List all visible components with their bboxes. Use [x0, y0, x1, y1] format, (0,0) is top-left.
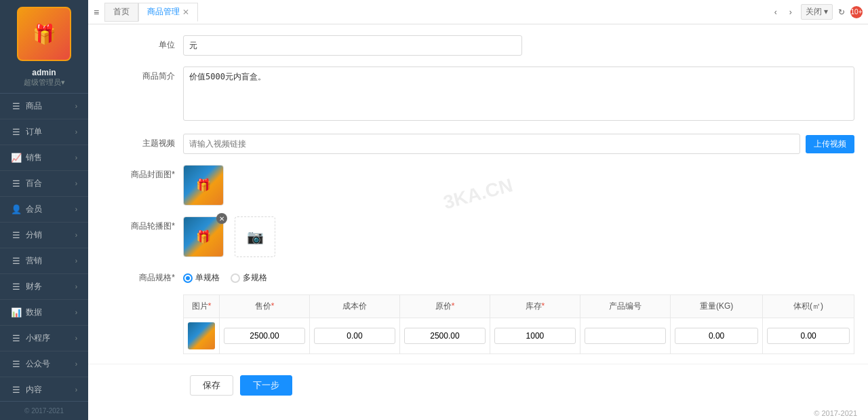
sidebar-item-share[interactable]: ☰分销 ›: [0, 223, 88, 248]
plugin-icon: ☰: [11, 333, 22, 343]
sidebar-label-content: 内容: [26, 384, 42, 396]
sku-table-row: 图片* 售价* 成本价 原价* 库存* 产品编号 重量(KG) 体积(㎡): [102, 294, 854, 354]
td-price: [220, 318, 310, 354]
logo: 🎁: [17, 7, 71, 61]
sidebar-label-combine: 百合: [26, 178, 42, 189]
td-sku-code: [580, 318, 670, 354]
spec-multi-radio[interactable]: [231, 273, 240, 283]
cover-label: 商品封面图*: [102, 165, 183, 180]
nav-prev-icon[interactable]: ‹: [771, 6, 781, 18]
refresh-icon[interactable]: ↻: [838, 7, 845, 17]
sidebar-label-data: 数据: [26, 307, 42, 318]
cost-input[interactable]: [314, 328, 395, 344]
sidebar-item-marketing[interactable]: ☰营销 ›: [0, 248, 88, 274]
carousel-label: 商品轮播图*: [102, 216, 183, 232]
spec-label: 商品规格*: [102, 268, 183, 284]
td-original: [399, 318, 490, 354]
spec-single-label: 单规格: [195, 272, 220, 284]
sku-code-input[interactable]: [585, 328, 666, 344]
cover-thumbnail[interactable]: 🎁: [183, 165, 224, 206]
chevron-right-icon: ›: [75, 283, 77, 290]
next-button[interactable]: 下一步: [240, 375, 292, 396]
sidebar-item-wechat[interactable]: ☰公众号 ›: [0, 351, 88, 377]
combine-icon: ☰: [11, 178, 22, 189]
user-role[interactable]: 超级管理员▾: [0, 77, 88, 88]
weight-input[interactable]: [675, 328, 758, 344]
carousel-control: 🎁 ✕ 📷: [183, 216, 854, 257]
th-weight: 重量(KG): [670, 295, 762, 318]
sidebar-label-member: 会员: [26, 204, 42, 215]
share-icon: ☰: [11, 230, 22, 240]
camera-icon: 📷: [247, 229, 264, 245]
video-url-input[interactable]: [183, 134, 800, 154]
carousel-row: 商品轮播图* 🎁 ✕ 📷: [102, 216, 854, 257]
tab-goods-manage[interactable]: 商品管理 ✕: [138, 3, 198, 22]
unit-control: [183, 35, 854, 56]
original-price-input[interactable]: [404, 328, 486, 344]
price-input[interactable]: [224, 328, 305, 344]
desc-textarea[interactable]: 价值5000元内盲盒。: [183, 66, 854, 121]
td-weight: [670, 318, 762, 354]
volume-input[interactable]: [767, 328, 850, 344]
sidebar: 🎁 admin 超级管理员▾ ☰商品 › ☰订单 › 📈销售 › ☰百合 › 👤…: [0, 0, 88, 420]
spec-single-option[interactable]: 单规格: [183, 272, 220, 284]
stock-input[interactable]: [494, 328, 576, 344]
chevron-right-icon: ›: [75, 102, 77, 110]
sidebar-item-combine[interactable]: ☰百合 ›: [0, 171, 88, 197]
th-cost: 成本价: [309, 295, 399, 318]
upload-video-button[interactable]: 上传视频: [806, 135, 854, 153]
sidebar-label-sales: 销售: [26, 152, 42, 164]
wechat-icon: ☰: [11, 359, 22, 369]
main-area: ≡ 首页 商品管理 ✕ ‹ › 关闭 ▾ ↻ 10+ 3KA.CN: [88, 0, 868, 420]
sku-row: [184, 318, 854, 354]
desc-label: 商品简介: [102, 66, 183, 82]
chevron-right-icon: ›: [75, 128, 77, 136]
form-content: 3KA.CN 单位 商品简介 价值5000元内盲盒。 主题视频: [88, 24, 868, 364]
logo-icon: 🎁: [33, 23, 56, 45]
add-carousel-button[interactable]: 📷: [235, 216, 275, 257]
spec-single-radio[interactable]: [183, 273, 193, 283]
spec-multi-label: 多规格: [243, 272, 267, 284]
sidebar-item-member[interactable]: 👤会员 ›: [0, 197, 88, 223]
sku-thumbnail[interactable]: [188, 322, 215, 349]
sidebar-item-finance[interactable]: ☰财务 ›: [0, 274, 88, 300]
chevron-right-icon: ›: [75, 309, 77, 316]
th-image: 图片*: [184, 295, 220, 318]
marketing-icon: ☰: [11, 256, 22, 266]
menu-toggle-icon[interactable]: ≡: [94, 7, 99, 18]
sidebar-item-plugin[interactable]: ☰小程序 ›: [0, 326, 88, 351]
desc-control: 价值5000元内盲盒。: [183, 66, 854, 123]
chevron-right-icon: ›: [75, 257, 77, 265]
th-stock: 库存*: [490, 295, 580, 318]
save-button[interactable]: 保存: [190, 375, 233, 396]
spec-multi-option[interactable]: 多规格: [231, 272, 267, 284]
sidebar-label-finance: 财务: [26, 281, 42, 292]
chevron-right-icon: ›: [75, 154, 77, 161]
sidebar-menu: ☰商品 › ☰订单 › 📈销售 › ☰百合 › 👤会员 › ☰分销 › ☰营销 …: [0, 94, 88, 401]
tab-home[interactable]: 首页: [104, 3, 138, 22]
unit-row: 单位: [102, 35, 854, 56]
chevron-right-icon: ›: [75, 360, 77, 368]
close-button[interactable]: 关闭 ▾: [801, 4, 833, 20]
spec-control: 单规格 多规格: [183, 268, 854, 284]
notification-badge[interactable]: 10+: [850, 6, 863, 18]
delete-carousel-1-icon[interactable]: ✕: [216, 213, 227, 224]
sidebar-label-plugin: 小程序: [26, 332, 50, 344]
sidebar-item-data[interactable]: 📊数据 ›: [0, 300, 88, 326]
th-volume: 体积(㎡): [763, 295, 854, 318]
finance-icon: ☰: [11, 282, 22, 292]
sidebar-label-order: 订单: [26, 126, 42, 138]
sidebar-item-sales[interactable]: 📈销售 ›: [0, 145, 88, 171]
topbar-tabs: 首页 商品管理 ✕: [104, 3, 198, 22]
cover-thumb-wrap: 🎁: [183, 165, 224, 206]
nav-next-icon[interactable]: ›: [786, 6, 795, 18]
sidebar-item-order[interactable]: ☰订单 ›: [0, 119, 88, 145]
sidebar-label-goods: 商品: [26, 100, 42, 112]
sidebar-label-share: 分销: [26, 229, 42, 241]
sidebar-item-goods[interactable]: ☰商品 ›: [0, 94, 88, 119]
unit-input[interactable]: [183, 35, 522, 56]
close-tab-icon[interactable]: ✕: [182, 7, 189, 17]
sku-table-spacer: [102, 294, 183, 299]
sidebar-user: admin 超级管理员▾: [0, 68, 88, 94]
sidebar-item-content[interactable]: ☰内容 ›: [0, 377, 88, 401]
